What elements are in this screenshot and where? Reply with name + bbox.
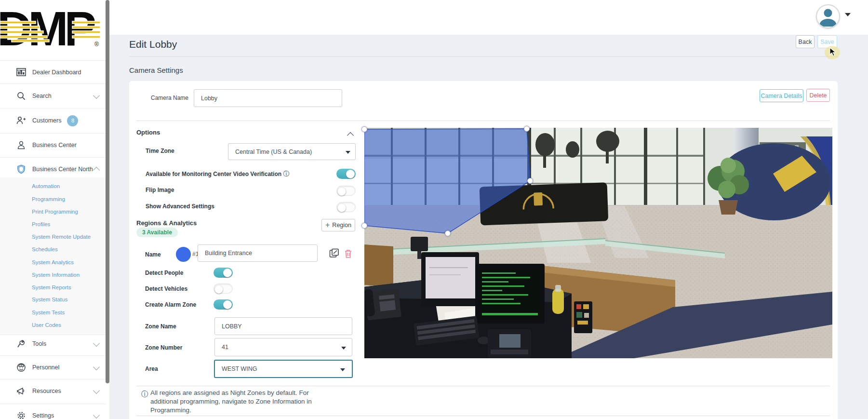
registered-mark: ® <box>94 41 99 48</box>
show-advanced-settings-toggle[interactable] <box>336 202 356 212</box>
regions-available-badge: 3 Available <box>136 228 178 237</box>
flip-image-toggle[interactable] <box>336 186 356 196</box>
dashboard-icon <box>16 68 26 77</box>
business-center-icon <box>16 140 26 150</box>
sidebar-subitem-system-reports[interactable]: System Reports <box>32 282 71 293</box>
sidebar-item-label: Dealer Dashboard <box>32 69 81 76</box>
sidebar-item-personnel[interactable]: Personnel <box>0 356 106 379</box>
lobby-scene <box>364 128 832 358</box>
sidebar-item-label: Tools <box>32 340 46 347</box>
settings-icon <box>16 411 26 419</box>
camera-video-frame <box>364 128 832 358</box>
sidebar-subitem-schedules[interactable]: Schedules <box>32 244 58 255</box>
detect-people-toggle[interactable] <box>214 268 233 278</box>
customers-icon <box>16 116 26 125</box>
sidebar-subitem-print-programming[interactable]: Print Programming <box>32 206 78 217</box>
phone-right <box>488 329 531 358</box>
sidebar-subitem-system-tests[interactable]: System Tests <box>32 307 65 318</box>
caret-down-icon <box>340 368 345 371</box>
detect-people-label: Detect People <box>145 270 183 276</box>
flip-image-label: Flip Image <box>146 187 174 193</box>
sticker-panel <box>574 301 592 333</box>
region-handle[interactable] <box>445 230 451 236</box>
avatar-person-icon <box>817 5 839 27</box>
chevron-down-icon <box>93 363 100 370</box>
copy-region-icon[interactable] <box>329 248 339 258</box>
avatar-menu-caret[interactable] <box>845 13 851 16</box>
delete-button[interactable]: Delete <box>806 89 830 102</box>
camera-details-button[interactable]: Camera Details <box>760 89 803 102</box>
sidebar-subitem-automation[interactable]: Automation <box>32 181 60 191</box>
sidebar-item-customers[interactable]: Customers 8 <box>0 109 106 132</box>
tools-icon <box>16 339 26 349</box>
sidebar-subitem-system-analytics[interactable]: System Analytics <box>32 257 74 268</box>
sidebar-item-search[interactable]: Search <box>0 84 106 108</box>
resources-icon <box>16 386 26 396</box>
region-name-label: Name <box>145 251 161 258</box>
sidebar: DMP ® Dealer Dash <box>0 0 106 419</box>
options-title: Options <box>136 129 160 136</box>
sidebar-subitem-system-information[interactable]: System Information <box>32 270 80 280</box>
sidebar-item-business-center[interactable]: Business Center <box>0 134 106 157</box>
region-handle[interactable] <box>527 178 533 184</box>
zone-number-value: 41 <box>222 344 228 351</box>
sidebar-subitem-user-codes[interactable]: User Codes <box>32 320 61 330</box>
dmp-logo: DMP ® <box>0 3 103 53</box>
time-zone-value: Central Time (US & Canada) <box>235 149 312 155</box>
sidebar-item-label: Business Center North <box>32 166 93 173</box>
region-handle[interactable] <box>361 126 367 132</box>
zone-name-input[interactable] <box>214 317 352 335</box>
sidebar-scrollbar[interactable] <box>106 0 109 383</box>
time-zone-select[interactable]: Central Time (US & Canada) <box>228 143 356 160</box>
sidebar-subitem-programming[interactable]: Programming <box>32 194 65 204</box>
sidebar-subitem-system-remote-update[interactable]: System Remote Update <box>32 231 91 242</box>
detect-vehicles-toggle[interactable] <box>214 284 233 294</box>
delete-region-icon[interactable] <box>344 249 352 258</box>
sidebar-item-dealer-dashboard[interactable]: Dealer Dashboard <box>0 61 106 84</box>
region-handle[interactable] <box>361 223 367 229</box>
phone-left <box>364 286 401 321</box>
create-alarm-zone-toggle[interactable] <box>214 299 233 310</box>
back-button[interactable]: Back <box>796 35 815 48</box>
camera-video-preview[interactable] <box>364 128 832 358</box>
customers-count-badge: 8 <box>67 115 78 126</box>
sidebar-item-label: Personnel <box>32 364 59 371</box>
sidebar-item-tools[interactable]: Tools <box>0 332 106 355</box>
info-icon[interactable]: ⓘ <box>283 170 289 177</box>
bottle <box>552 289 564 314</box>
add-region-button[interactable]: + Region <box>321 219 355 231</box>
user-avatar[interactable] <box>816 4 840 28</box>
plus-icon: + <box>325 221 330 230</box>
chevron-down-icon <box>93 387 100 393</box>
chevron-down-icon <box>93 339 100 346</box>
camera-name-label: Camera Name <box>151 95 188 101</box>
shield-icon <box>16 164 26 174</box>
sidebar-item-resources[interactable]: Resources <box>0 379 106 403</box>
sidebar-item-label: Business Center <box>32 142 77 149</box>
area-label: Area <box>145 365 158 372</box>
region-handle[interactable] <box>524 126 530 132</box>
mouse <box>478 337 489 344</box>
video-verification-toggle[interactable] <box>336 169 356 179</box>
sidebar-item-label: Customers <box>32 117 61 124</box>
sidebar-item-label: Search <box>32 93 52 99</box>
sidebar-item-settings[interactable]: Settings <box>0 404 106 419</box>
show-advanced-settings-label: Show Advanced Settings <box>146 203 214 210</box>
topbar <box>109 0 868 35</box>
regions-analytics-title: Regions & Analytics <box>136 219 197 227</box>
area-select[interactable]: WEST WING <box>214 360 353 378</box>
caret-down-icon <box>346 151 350 154</box>
caret-down-icon <box>341 347 346 350</box>
detect-vehicles-label: Detect Vehicles <box>145 285 187 292</box>
sidebar-item-label: Resources <box>32 388 61 394</box>
zone-number-select[interactable]: 41 <box>214 338 352 356</box>
time-zone-label: Time Zone <box>146 148 174 154</box>
sidebar-subitem-system-status[interactable]: System Status <box>32 294 67 305</box>
camera-name-input[interactable] <box>194 89 342 107</box>
personnel-icon <box>16 363 26 372</box>
region-color-dot[interactable] <box>176 247 191 262</box>
regions-note: All regions are assigned as Night Zones … <box>150 389 334 415</box>
desk-hutch <box>364 244 393 287</box>
sidebar-subitem-profiles[interactable]: Profiles <box>32 219 50 230</box>
region-name-input[interactable] <box>198 244 318 262</box>
